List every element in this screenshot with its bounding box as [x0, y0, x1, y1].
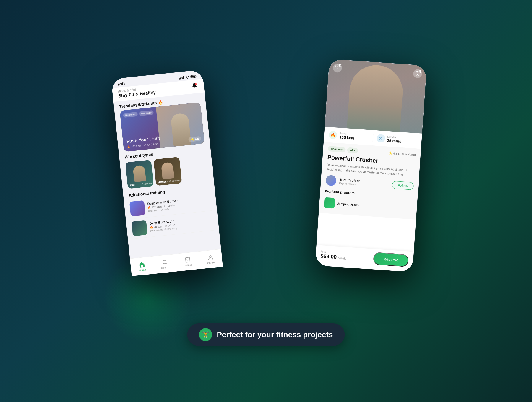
rating-value: 4.8 (10k reviews)	[393, 152, 416, 156]
tagline-text: Perfect for your fitness projects	[217, 330, 333, 339]
nav-search[interactable]: Search	[160, 259, 170, 270]
training-thumb-1	[129, 200, 146, 217]
fire-icon: 🔥	[329, 131, 338, 140]
nav-search-label: Search	[161, 265, 170, 269]
hiit-label: Hiit	[130, 183, 135, 187]
time-left: 9:41	[117, 81, 125, 87]
bottom-nav: Home Search	[130, 249, 223, 276]
svg-point-9	[209, 255, 212, 258]
burns-info: Burns 165 kcal	[339, 132, 355, 140]
burns-value: 165 kcal	[339, 135, 355, 140]
duration-stat: ⏱ Duration 25 mins	[376, 134, 417, 145]
bookmark-icon	[416, 71, 420, 76]
program-thumb-1	[324, 197, 335, 208]
price-value: $69.00	[320, 253, 337, 260]
tag-abs: Abs	[347, 147, 358, 153]
tagline-bar: 🏋 Perfect for your fitness projects	[187, 323, 345, 346]
status-icons-left	[179, 74, 197, 79]
notification-bell[interactable]	[190, 82, 199, 91]
tag-beginner: Beginner	[328, 146, 346, 153]
wifi-icon	[185, 75, 189, 79]
tag-group: Beginner Abs	[328, 146, 358, 153]
dumbbell-icon: 🏋	[199, 328, 212, 341]
trainer-avatar	[325, 175, 337, 186]
program-item-name-1: Jumping Jacks	[337, 202, 359, 207]
detail-screen: 9:41 ‹	[315, 59, 427, 272]
detail-bottom-bar: Total $69.00 /week Reserve	[315, 245, 414, 272]
bell-icon	[192, 83, 197, 90]
detail-body: Beginner Abs ⭐ 4.8 (10k reviews) Powerfu…	[319, 142, 421, 220]
price-section: Total $69.00 /week	[320, 250, 346, 261]
detail-hero-image: 9:41 ‹	[325, 59, 427, 133]
training-thumb-2	[132, 220, 148, 236]
search-icon	[161, 259, 168, 266]
svg-rect-1	[191, 75, 195, 77]
reserve-button[interactable]: Reserve	[373, 252, 409, 267]
detail-rating: ⭐ 4.8 (10k reviews)	[389, 151, 416, 156]
home-icon	[138, 261, 145, 268]
burns-stat: 🔥 Burns 165 kcal	[329, 131, 373, 142]
phone-left: 9:41	[111, 70, 223, 276]
price-unit: /week	[338, 256, 346, 260]
clock-icon: ⏱	[376, 134, 385, 143]
trending-workout-card[interactable]: Beginner Full body Push Your Limit 🔥 360…	[120, 102, 205, 152]
svg-rect-3	[141, 265, 143, 267]
nav-home-label: Home	[139, 268, 146, 272]
nav-home[interactable]: Home	[138, 261, 146, 272]
training-info-1: Deep Amrap Burner 🔥 125 kcal ⏱ 15min Beg…	[147, 195, 211, 213]
workout-type-amrap[interactable]: Amrap 15 session	[153, 157, 182, 186]
profile-icon	[207, 254, 214, 261]
duration-info: Duration 25 mins	[387, 135, 402, 143]
article-icon	[184, 256, 191, 263]
star-icon: ⭐	[389, 151, 392, 155]
battery-icon	[190, 74, 197, 78]
phone-right: 9:41 ‹	[315, 59, 427, 272]
training-info-2: Deep Butt Sculp 🔥 98 kcal ⏱ 20min Interm…	[149, 215, 213, 232]
nav-profile-label: Profile	[207, 261, 215, 265]
follow-button[interactable]: Follow	[392, 181, 414, 190]
trainer-row: Tom Cruiser Expert Trainer Follow	[325, 175, 414, 192]
program-item-1[interactable]: Jumping Jacks	[324, 195, 413, 216]
svg-line-7	[186, 260, 189, 260]
duration-value: 25 mins	[387, 138, 401, 143]
workout-type-hiit[interactable]: Hiit 12 session	[125, 160, 154, 189]
svg-line-6	[186, 259, 189, 259]
nav-article[interactable]: Article	[184, 256, 192, 267]
nav-article-label: Article	[184, 263, 192, 267]
home-screen: 9:41	[111, 70, 223, 276]
nav-profile[interactable]: Profile	[206, 254, 215, 264]
trainer-info: Tom Cruiser Expert Trainer	[339, 178, 360, 186]
signal-icon	[179, 76, 184, 80]
